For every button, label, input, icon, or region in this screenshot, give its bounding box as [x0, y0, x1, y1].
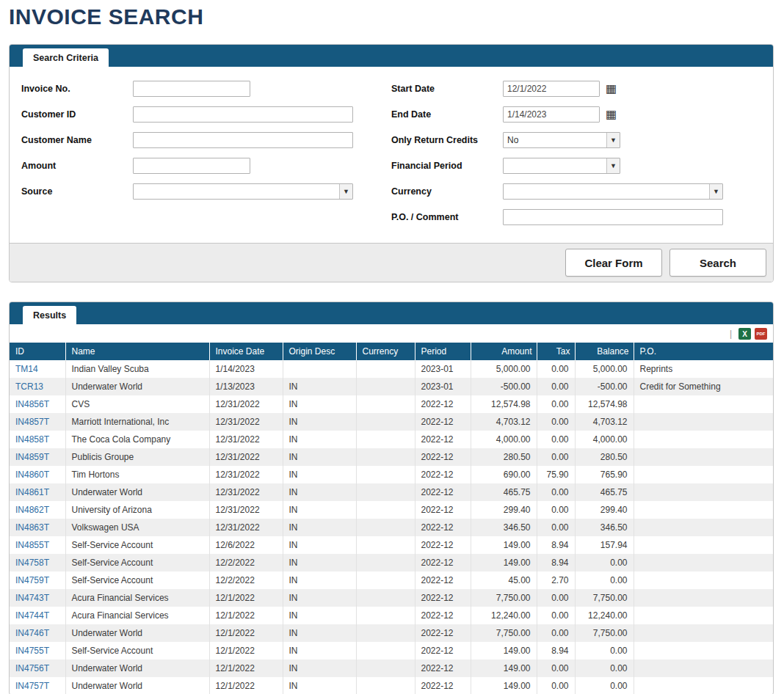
source-select[interactable]: ▼: [133, 183, 353, 200]
table-cell: 0.00: [537, 624, 575, 642]
column-header-period[interactable]: Period: [415, 343, 471, 360]
results-tabbar: Results: [10, 302, 773, 324]
invoice-no-input[interactable]: [133, 81, 250, 97]
invoice-id-link[interactable]: TCR13: [15, 381, 43, 392]
table-row: IN4861TUnderwater World12/31/2022IN2022-…: [10, 483, 773, 501]
invoice-id-link[interactable]: IN4855T: [15, 540, 49, 550]
table-cell: 2022-12: [415, 536, 471, 554]
table-cell: 2022-12: [415, 677, 471, 694]
table-cell: 149.00: [471, 642, 537, 660]
table-cell: Tim Hortons: [65, 466, 209, 483]
currency-label: Currency: [391, 186, 503, 197]
search-button[interactable]: Search: [669, 249, 766, 277]
table-row: TCR13Underwater World1/13/2023IN2023-01-…: [10, 378, 773, 395]
invoice-id-link[interactable]: IN4758T: [15, 558, 49, 568]
table-row: IN4746TUnderwater World12/1/2022IN2022-1…: [10, 624, 773, 642]
column-header-balance[interactable]: Balance: [575, 343, 634, 360]
column-header-invoice-date[interactable]: Invoice Date: [209, 343, 283, 360]
dropdown-arrow-icon: ▼: [709, 184, 722, 199]
only-return-credits-select[interactable]: No ▼: [503, 132, 620, 148]
table-cell: 4,000.00: [471, 431, 537, 448]
table-cell: [634, 607, 773, 624]
invoice-id-link[interactable]: IN4862T: [15, 505, 49, 515]
invoice-id-link[interactable]: IN4759T: [15, 575, 49, 585]
table-cell: [356, 624, 415, 642]
table-row: IN4759TSelf-Service Account12/2/2022IN20…: [10, 571, 773, 589]
table-cell: 2.70: [537, 571, 575, 589]
amount-input[interactable]: [133, 158, 250, 174]
table-cell: Acura Financial Services: [65, 607, 209, 624]
calendar-icon[interactable]: ▦: [606, 109, 617, 120]
table-cell: 12/31/2022: [209, 466, 283, 483]
table-cell: [283, 360, 356, 378]
calendar-icon[interactable]: ▦: [606, 83, 617, 95]
table-cell: 12/2/2022: [209, 571, 283, 589]
invoice-id-cell: IN4744T: [10, 607, 65, 624]
column-header-origin-desc[interactable]: Origin Desc: [283, 343, 356, 360]
invoice-id-link[interactable]: IN4746T: [15, 628, 49, 638]
invoice-id-link[interactable]: IN4744T: [15, 610, 49, 621]
table-row: IN4856TCVS12/31/2022IN2022-1212,574.980.…: [10, 395, 773, 413]
invoice-id-link[interactable]: IN4755T: [15, 646, 49, 656]
table-cell: 12,574.98: [471, 395, 537, 413]
invoice-id-link[interactable]: IN4861T: [15, 487, 49, 497]
start-date-input[interactable]: [503, 81, 600, 97]
table-cell: 149.00: [471, 536, 537, 554]
table-cell: 0.00: [537, 607, 575, 624]
invoice-id-link[interactable]: IN4860T: [15, 470, 49, 480]
table-cell: [356, 413, 415, 431]
tab-search-criteria[interactable]: Search Criteria: [23, 48, 109, 67]
currency-select[interactable]: ▼: [503, 183, 723, 200]
table-cell: 12/1/2022: [209, 624, 283, 642]
table-cell: Underwater World: [65, 677, 209, 694]
table-cell: 465.75: [575, 483, 634, 501]
invoice-id-cell: IN4859T: [10, 448, 65, 466]
invoice-id-link[interactable]: IN4856T: [15, 399, 49, 409]
column-header-id[interactable]: ID: [10, 343, 65, 360]
po-comment-input[interactable]: [503, 209, 723, 225]
table-cell: 0.00: [575, 660, 634, 677]
customer-name-input[interactable]: [133, 132, 353, 148]
table-cell: 0.00: [575, 642, 634, 660]
excel-export-icon[interactable]: X: [738, 328, 751, 340]
table-cell: 75.90: [537, 466, 575, 483]
invoice-id-link[interactable]: IN4858T: [15, 434, 49, 445]
table-cell: IN: [283, 466, 356, 483]
table-row: IN4862TUniversity of Arizona12/31/2022IN…: [10, 501, 773, 519]
column-header-tax[interactable]: Tax: [537, 343, 575, 360]
column-header-po[interactable]: P.O.: [634, 343, 773, 360]
table-cell: 4,703.12: [575, 413, 634, 431]
tab-results[interactable]: Results: [23, 306, 76, 324]
invoice-id-link[interactable]: IN4757T: [15, 681, 49, 691]
invoice-id-link[interactable]: IN4857T: [15, 417, 49, 427]
table-cell: [634, 624, 773, 642]
invoice-id-cell: IN4857T: [10, 413, 65, 431]
invoice-id-link[interactable]: IN4859T: [15, 452, 49, 462]
customer-id-input[interactable]: [133, 106, 353, 123]
invoice-id-link[interactable]: TM14: [15, 364, 38, 374]
table-cell: 0.00: [537, 501, 575, 519]
table-cell: [634, 589, 773, 607]
only-return-credits-label: Only Return Credits: [391, 135, 503, 145]
invoice-id-cell: IN4855T: [10, 536, 65, 554]
clear-form-button[interactable]: Clear Form: [565, 249, 662, 277]
table-cell: 0.00: [537, 448, 575, 466]
table-cell: [634, 519, 773, 536]
column-header-name[interactable]: Name: [65, 343, 209, 360]
invoice-id-link[interactable]: IN4756T: [15, 663, 49, 673]
invoice-id-link[interactable]: IN4743T: [15, 593, 49, 603]
invoice-id-link[interactable]: IN4863T: [15, 522, 49, 533]
table-cell: 5,000.00: [471, 360, 537, 378]
table-cell: [634, 554, 773, 571]
invoice-id-cell: IN4757T: [10, 677, 65, 694]
column-header-amount[interactable]: Amount: [471, 343, 537, 360]
financial-period-select[interactable]: ▼: [503, 158, 620, 174]
pdf-export-icon[interactable]: PDF: [755, 328, 767, 340]
column-header-currency[interactable]: Currency: [356, 343, 415, 360]
table-cell: Self-Service Account: [65, 642, 209, 660]
end-date-input[interactable]: [503, 106, 600, 123]
export-toolbar: | X PDF: [10, 324, 773, 343]
table-cell: 12/31/2022: [209, 431, 283, 448]
table-cell: 12,240.00: [471, 607, 537, 624]
table-cell: [634, 431, 773, 448]
